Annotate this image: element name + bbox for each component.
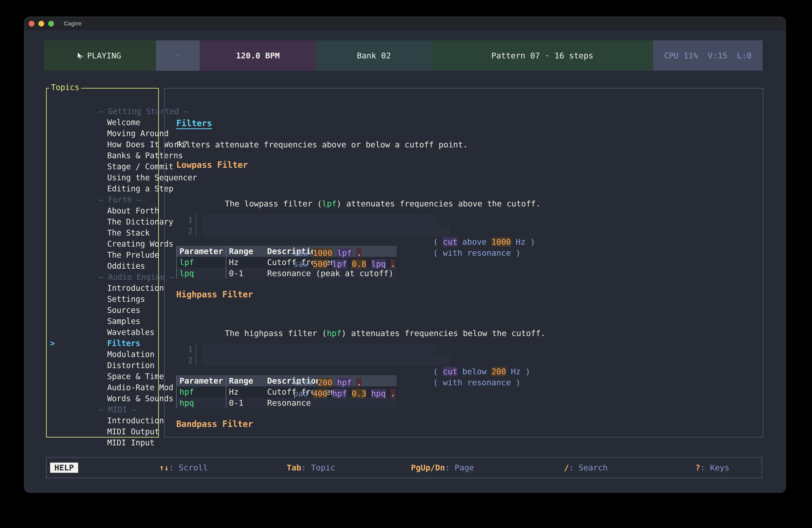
sidebar-item[interactable]: >Sources xyxy=(47,294,158,305)
bank-display[interactable]: Bank 02 xyxy=(316,40,432,71)
sidebar-item[interactable]: >Words & Sounds xyxy=(47,382,158,393)
minimize-button[interactable] xyxy=(39,21,44,27)
section-body: The lowpass filter (lpf) attenuates freq… xyxy=(176,180,754,208)
code-token: 400 xyxy=(313,389,328,398)
playing-label: PLAYING xyxy=(87,51,121,60)
pattern-display[interactable]: Pattern 07 · 16 steps xyxy=(432,40,653,71)
help-content-panel[interactable]: Filters Filters attenuate frequencies ab… xyxy=(164,88,763,438)
help-mode-badge: HELP xyxy=(50,462,78,473)
sidebar-item[interactable]: >Samples xyxy=(47,305,158,316)
code-example: 1 saw 1000 lpf . ( cut above 1000 Hz ) xyxy=(176,214,754,237)
sidebar-item[interactable]: >Stage / Commit xyxy=(47,150,158,161)
body-token: ) attenuates frequencies below the cutof… xyxy=(342,329,546,338)
sidebar-item[interactable]: >The Dictionary xyxy=(47,205,158,216)
code-token: lpf xyxy=(332,259,347,269)
sidebar-item[interactable]: >Wavetables xyxy=(47,316,158,327)
code-token xyxy=(332,248,337,258)
code-token xyxy=(347,389,352,398)
traffic-lights xyxy=(29,21,54,27)
sidebar-item[interactable]: >Creating Words xyxy=(47,227,158,239)
code-token xyxy=(328,259,332,269)
metronome-indicator: · xyxy=(156,40,200,71)
app-window: Cagire ▶PLAYING · 120.0 BPM Bank 02 Patt… xyxy=(24,17,786,493)
sidebar-item[interactable]: >Space & Time xyxy=(47,360,158,371)
line-number: 1 xyxy=(176,344,193,355)
sidebar-item[interactable]: >Oddities xyxy=(47,249,158,261)
sidebar-item[interactable]: >— Audio Engine — xyxy=(47,261,158,272)
sidebar-item[interactable]: >Filters xyxy=(47,327,158,338)
key-name: ↑↓ xyxy=(159,463,169,472)
close-button[interactable] xyxy=(29,21,34,27)
comment-token: ( with resonance ) xyxy=(433,378,521,387)
transport-status[interactable]: ▶PLAYING xyxy=(44,40,156,71)
key-action: : Topic xyxy=(301,463,335,472)
sidebar-item[interactable]: >Settings xyxy=(47,283,158,294)
sidebar-item[interactable]: >The Prelude xyxy=(47,239,158,249)
code-token: saw xyxy=(293,259,313,269)
code-token: . xyxy=(391,389,395,398)
titlebar: Cagire xyxy=(25,17,785,30)
sidebar-item-label: MIDI Input xyxy=(107,438,155,447)
section-heading: Lowpass Filter xyxy=(176,160,754,170)
sidebar-item[interactable]: >MIDI Input xyxy=(47,426,158,437)
code-comment: ( with resonance ) xyxy=(346,225,521,258)
body-token: The highpass filter ( xyxy=(225,329,327,338)
code-line: 2 saw 500 lpf 0.8 lpq . ( with resonance… xyxy=(176,225,754,237)
sidebar-item[interactable]: >Welcome xyxy=(47,106,158,117)
key-name: PgUp/Dn xyxy=(411,463,445,472)
sidebar-item[interactable]: >— Forth — xyxy=(47,183,158,194)
code-token xyxy=(347,259,352,269)
sidebar-item[interactable]: >About Forth xyxy=(47,194,158,205)
doc-sections: Lowpass Filter The lowpass filter (lpf) … xyxy=(176,160,754,429)
page-title: Filters xyxy=(176,118,754,128)
sidebar-item[interactable]: >Distortion xyxy=(47,349,158,360)
sidebar-item[interactable]: >— MIDI — xyxy=(47,393,158,404)
sidebar-item[interactable]: >Introduction xyxy=(47,404,158,415)
body-token: The lowpass filter ( xyxy=(225,199,322,208)
key-name: / xyxy=(564,463,569,472)
code-text: pad 400 hpf 0.3 hpq . ( with resonance ) xyxy=(203,355,450,366)
code-token: pad xyxy=(293,389,313,398)
bpm-display[interactable]: 120.0 BPM xyxy=(200,40,316,71)
line-number: 2 xyxy=(176,225,193,237)
code-example: 1 kick 200 hpf . ( cut below 200 Hz ) xyxy=(176,344,754,366)
sidebar-item[interactable]: >How Does It Work? xyxy=(47,128,158,139)
gutter-divider xyxy=(195,214,203,225)
doc-section: Lowpass Filter The lowpass filter (lpf) … xyxy=(176,160,754,279)
help-bar: HELP ↑↓: ScrollTab: TopicPgUp/Dn: Page/:… xyxy=(46,457,762,478)
sidebar-item[interactable]: >Modulation xyxy=(47,338,158,349)
key-name: ? xyxy=(695,463,700,472)
code-line: 1 saw 1000 lpf . ( cut above 1000 Hz ) xyxy=(176,214,754,225)
sidebar-item[interactable]: >— Getting Started — xyxy=(47,95,158,106)
code-token: . xyxy=(391,259,395,269)
code-text: saw 1000 lpf . ( cut above 1000 Hz ) xyxy=(203,214,436,225)
sidebar-item[interactable]: >MIDI Output xyxy=(47,415,158,426)
code-token xyxy=(366,259,371,269)
zoom-button[interactable] xyxy=(48,21,54,27)
sidebar-item[interactable]: >Introduction xyxy=(47,272,158,283)
sidebar-item[interactable]: >Moving Around xyxy=(47,117,158,128)
topics-panel-title: Topics xyxy=(49,83,81,92)
sidebar-item[interactable]: >Using the Sequencer xyxy=(47,161,158,172)
section-body: The highpass filter (hpf) attenuates fre… xyxy=(176,310,754,338)
code-token xyxy=(366,389,371,398)
sidebar-item[interactable]: >Audio-Rate Mod xyxy=(47,371,158,382)
key-hint: ?: Keys xyxy=(695,463,729,472)
key-action: : Scroll xyxy=(169,463,208,472)
status-bar: ▶PLAYING · 120.0 BPM Bank 02 Pattern 07 … xyxy=(44,40,763,71)
sidebar-item[interactable]: >Editing a Step xyxy=(47,172,158,183)
code-token xyxy=(386,259,391,269)
key-hint: /: Search xyxy=(564,463,608,472)
intro-text: Filters attenuate frequencies above or b… xyxy=(176,140,754,149)
key-action: : Keys xyxy=(700,463,729,472)
code-token: hpq xyxy=(371,389,386,398)
code-token: hpf xyxy=(332,389,347,398)
code-line: 2 pad 400 hpf 0.3 hpq . ( with resonance… xyxy=(176,355,754,366)
sidebar-item[interactable]: >The Stack xyxy=(47,216,158,227)
key-name: Tab xyxy=(287,463,301,472)
cpu-meter: CPU 11% V:15 L:0 xyxy=(653,40,763,71)
mouse-cursor-icon xyxy=(77,52,83,60)
key-hint: Tab: Topic xyxy=(287,463,335,472)
code-token: 0.3 xyxy=(352,389,366,398)
sidebar-item[interactable]: >Banks & Patterns xyxy=(47,139,158,150)
